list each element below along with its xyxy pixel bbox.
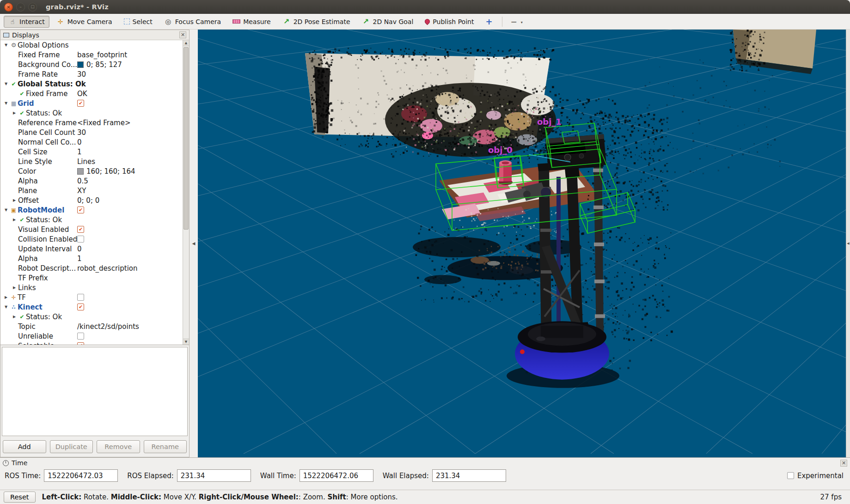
tree-row[interactable]: Update Interval0 xyxy=(0,244,189,254)
right-dock-strip[interactable] xyxy=(846,30,850,457)
expander-right-icon[interactable]: ▶ xyxy=(11,198,18,202)
window-maximize-button[interactable] xyxy=(28,3,37,12)
tree-row[interactable]: ▶TF xyxy=(0,292,189,302)
checkbox-checked[interactable]: ✔ xyxy=(77,206,84,213)
tree-row[interactable]: TF Prefix xyxy=(0,273,189,283)
scroll-thumb[interactable] xyxy=(183,47,189,230)
time-field-input[interactable] xyxy=(44,469,118,482)
tree-scrollbar[interactable] xyxy=(183,40,189,345)
expander-down-icon[interactable]: ▼ xyxy=(2,82,10,86)
tree-row[interactable]: Selectable✔ xyxy=(0,341,189,345)
tree-row[interactable]: Robot Descript...robot_description xyxy=(0,263,189,273)
tree-row[interactable]: ▶Links xyxy=(0,283,189,292)
tree-row[interactable]: Line StyleLines xyxy=(0,157,189,166)
tree-row-value[interactable]: /kinect2/sd/points xyxy=(77,322,182,331)
reset-button[interactable]: Reset xyxy=(4,492,36,503)
tree-row[interactable]: Reference Frame<Fixed Frame> xyxy=(0,118,189,128)
tree-row-value[interactable]: 0 xyxy=(77,245,182,253)
tree-row[interactable]: Color160; 160; 164 xyxy=(0,166,189,176)
duplicate-button[interactable]: Duplicate xyxy=(50,440,93,453)
tree-row[interactable]: Collision Enabled xyxy=(0,234,189,244)
tree-row[interactable]: ▼Grid✔ xyxy=(0,98,189,108)
rename-button[interactable]: Rename xyxy=(144,440,187,453)
expander-right-icon[interactable]: ▶ xyxy=(11,111,18,115)
tree-row-value[interactable]: ✔ xyxy=(77,304,182,310)
tree-row-value[interactable]: 30 xyxy=(77,70,182,79)
tool-publish-point[interactable]: Publish Point xyxy=(420,16,478,27)
time-field-input[interactable] xyxy=(177,469,251,482)
checkbox-unchecked[interactable] xyxy=(77,333,84,340)
tree-row[interactable]: ✔Fixed FrameOK xyxy=(0,89,189,98)
tree-row-value[interactable]: XY xyxy=(77,187,182,195)
tree-row[interactable]: ▶✔Status: Ok xyxy=(0,108,189,118)
tree-row[interactable]: ▼RobotModel✔ xyxy=(0,205,189,215)
tree-row-value[interactable]: 1 xyxy=(77,148,182,156)
tree-row[interactable]: ▼Global Options xyxy=(0,40,189,50)
expander-right-icon[interactable]: ▶ xyxy=(11,315,18,319)
tree-row[interactable]: ▼Kinect✔ xyxy=(0,302,189,312)
tree-row-value[interactable]: 0.5 xyxy=(77,177,182,185)
tree-row[interactable]: Visual Enabled✔ xyxy=(0,225,189,234)
scroll-up-icon[interactable] xyxy=(183,40,189,46)
tool-interact[interactable]: Interact xyxy=(4,16,49,28)
tree-row-value[interactable]: 1 xyxy=(77,255,182,263)
tree-row-value[interactable]: 0 xyxy=(77,138,182,146)
tree-row-value[interactable] xyxy=(77,236,182,243)
expander-right-icon[interactable]: ▶ xyxy=(11,285,18,290)
remove-tool-button[interactable]: − xyxy=(507,17,519,26)
tool-move-camera[interactable]: Move Camera xyxy=(52,16,117,28)
tool-focus-camera[interactable]: Focus Camera xyxy=(159,16,226,28)
displays-panel-header[interactable]: Displays xyxy=(0,30,189,40)
tree-row[interactable]: ▶✔Status: Ok xyxy=(0,215,189,225)
tree-row-value[interactable]: 0; 85; 127 xyxy=(77,61,182,69)
tool-2d-pose-estimate[interactable]: 2D Pose Estimate xyxy=(278,16,355,28)
tree-row[interactable]: Unreliable xyxy=(0,331,189,341)
checkbox-checked[interactable]: ✔ xyxy=(77,304,84,310)
tree-row-value[interactable]: robot_description xyxy=(77,264,182,273)
expander-down-icon[interactable]: ▼ xyxy=(2,208,10,212)
tool-measure[interactable]: Measure xyxy=(228,16,275,27)
tree-row-value[interactable]: <Fixed Frame> xyxy=(77,119,182,127)
tree-row[interactable]: Fixed Framebase_footprint xyxy=(0,50,189,60)
panel-splitter[interactable] xyxy=(190,30,198,457)
tree-row[interactable]: Plane Cell Count30 xyxy=(0,128,189,137)
add-button[interactable]: Add xyxy=(3,440,46,453)
time-field-input[interactable] xyxy=(300,469,373,482)
expander-right-icon[interactable]: ▶ xyxy=(11,218,18,222)
tree-row-value[interactable]: ✔ xyxy=(77,100,182,107)
checkbox-checked[interactable]: ✔ xyxy=(77,226,84,233)
tree-row[interactable]: Cell Size1 xyxy=(0,147,189,157)
tree-row[interactable]: PlaneXY xyxy=(0,186,189,195)
tree-row[interactable]: Alpha1 xyxy=(0,254,189,263)
time-close-icon[interactable] xyxy=(840,460,847,467)
tree-row-value[interactable]: 0; 0; 0 xyxy=(77,196,182,205)
expander-down-icon[interactable]: ▼ xyxy=(2,305,10,309)
experimental-checkbox[interactable] xyxy=(787,472,794,479)
tree-row-value[interactable]: OK xyxy=(77,90,182,98)
time-field-input[interactable] xyxy=(432,469,506,482)
tree-row[interactable]: Topic/kinect2/sd/points xyxy=(0,322,189,331)
tree-row-value[interactable]: 30 xyxy=(77,128,182,137)
expander-down-icon[interactable]: ▼ xyxy=(2,43,10,47)
tree-row[interactable]: ▼✔Global Status: Ok xyxy=(0,79,189,89)
3d-viewport[interactable]: obj_0 obj_1 xyxy=(198,30,846,457)
time-panel-header[interactable]: Time xyxy=(0,458,850,467)
checkbox-checked[interactable]: ✔ xyxy=(77,342,84,345)
tree-row-value[interactable]: 160; 160; 164 xyxy=(77,167,182,176)
add-tool-button[interactable]: + xyxy=(481,17,497,26)
tree-row[interactable]: Frame Rate30 xyxy=(0,69,189,79)
tool-select[interactable]: Select xyxy=(119,16,157,27)
window-close-button[interactable] xyxy=(4,3,13,12)
tree-row-value[interactable] xyxy=(77,294,182,301)
tree-row-value[interactable]: base_footprint xyxy=(77,51,182,59)
tree-row-value[interactable]: ✔ xyxy=(77,206,182,213)
window-minimize-button[interactable] xyxy=(16,3,25,12)
tree-row-value[interactable]: ✔ xyxy=(77,226,182,233)
tree-row[interactable]: ▶Offset0; 0; 0 xyxy=(0,195,189,205)
tree-row-value[interactable]: ✔ xyxy=(77,342,182,345)
collapse-left-icon[interactable] xyxy=(192,241,196,246)
expander-right-icon[interactable]: ▶ xyxy=(2,295,10,299)
tree-row[interactable]: ▶✔Status: Ok xyxy=(0,312,189,322)
remove-button[interactable]: Remove xyxy=(97,440,140,453)
tree-row-value[interactable]: Lines xyxy=(77,158,182,166)
